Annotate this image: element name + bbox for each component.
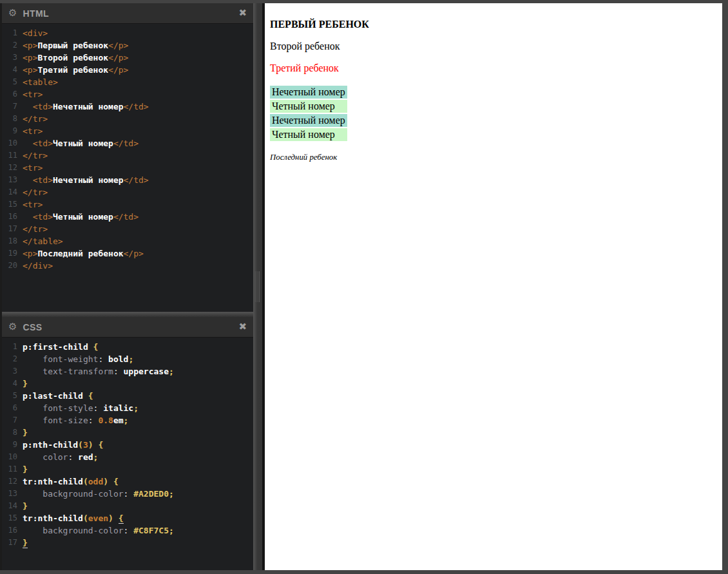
line-number: 3 [2,365,23,378]
code-line[interactable]: 3 text-transform: uppercase; [2,365,253,378]
code-line[interactable]: 11} [2,463,253,475]
code-line[interactable]: 16 <td>Четный номер</td> [2,211,253,223]
code-line[interactable]: 15tr:nth-child(even) { [2,512,253,524]
line-number: 6 [2,402,23,414]
app-window: ⚙ HTML ✖ 1<div>2<p>Первый ребенок</p>3<p… [0,0,728,574]
line-number: 18 [2,235,23,247]
preview-paragraph-first: ПЕРВЫЙ РЕБЕНОК [270,19,717,30]
line-number: 17 [2,223,23,235]
table-row: Нечетный номер [270,86,347,99]
line-number: 2 [2,39,23,52]
table-cell: Нечетный номер [270,86,347,99]
line-number: 19 [2,247,23,260]
code-line[interactable]: 5<table> [2,76,253,88]
table-row: Четный номер [270,100,347,113]
horizontal-splitter[interactable] [2,312,253,317]
table-cell: Четный номер [270,128,347,141]
table-cell: Четный номер [270,100,347,113]
code-column: ⚙ HTML ✖ 1<div>2<p>Первый ребенок</p>3<p… [2,3,253,570]
line-number: 17 [2,537,23,549]
code-line[interactable]: 6<tr> [2,88,253,100]
line-number: 4 [2,378,23,390]
code-line[interactable]: 7 font-size: 0.8em; [2,414,253,426]
code-line[interactable]: 4} [2,378,253,390]
result-preview: ПЕРВЫЙ РЕБЕНОК Второй ребенок Третий реб… [262,3,722,570]
code-line[interactable]: 17} [2,537,253,549]
css-panel-header: ⚙ CSS ✖ [2,317,253,338]
css-panel-title: CSS [23,322,42,332]
line-number: 10 [2,451,23,463]
line-number: 7 [2,100,23,113]
code-line[interactable]: 9<tr> [2,125,253,137]
code-line[interactable]: 8} [2,426,253,439]
code-line[interactable]: 3<p>Второй ребенок</p> [2,52,253,64]
css-panel: ⚙ CSS ✖ 1p:first-child {2 font-weight: b… [2,317,253,570]
line-number: 9 [2,439,23,451]
code-line[interactable]: 7 <td>Нечетный номер</td> [2,100,253,113]
code-line[interactable]: 1p:first-child { [2,341,253,353]
code-line[interactable]: 12tr:nth-child(odd) { [2,475,253,488]
gear-icon[interactable]: ⚙ [8,322,17,332]
line-number: 14 [2,500,23,512]
line-number: 12 [2,162,23,174]
code-line[interactable]: 8</tr> [2,113,253,125]
line-number: 12 [2,475,23,488]
line-number: 16 [2,524,23,537]
line-number: 8 [2,113,23,125]
line-number: 4 [2,64,23,76]
code-line[interactable]: 10 <td>Четный номер</td> [2,137,253,149]
code-line[interactable]: 17</tr> [2,223,253,235]
code-line[interactable]: 20</div> [2,260,253,272]
line-number: 6 [2,88,23,100]
close-icon[interactable]: ✖ [238,322,247,332]
preview-paragraph-last: Последний ребенок [270,153,717,162]
table-cell: Нечетный номер [270,114,347,127]
code-line[interactable]: 5p:last-child { [2,390,253,402]
code-line[interactable]: 12<tr> [2,162,253,174]
html-code-editor[interactable]: 1<div>2<p>Первый ребенок</p>3<p>Второй р… [2,24,253,312]
code-line[interactable]: 13 background-color: #A2DED0; [2,488,253,500]
close-icon[interactable]: ✖ [238,8,247,18]
line-number: 11 [2,463,23,475]
code-line[interactable]: 15<tr> [2,198,253,211]
code-line[interactable]: 1<div> [2,27,253,39]
line-number: 3 [2,52,23,64]
line-number: 5 [2,390,23,402]
html-panel: ⚙ HTML ✖ 1<div>2<p>Первый ребенок</p>3<p… [2,3,253,312]
table-row: Четный номер [270,128,347,141]
code-line[interactable]: 9p:nth-child(3) { [2,439,253,451]
table-row: Нечетный номер [270,114,347,127]
code-line[interactable]: 18</table> [2,235,253,247]
gear-icon[interactable]: ⚙ [8,8,17,18]
code-line[interactable]: 10 color: red; [2,451,253,463]
code-line[interactable]: 19<p>Последний ребенок</p> [2,247,253,260]
workspace: ⚙ HTML ✖ 1<div>2<p>Первый ребенок</p>3<p… [0,3,722,570]
preview-table-body: Нечетный номерЧетный номерНечетный номер… [270,86,347,141]
code-line[interactable]: 14} [2,500,253,512]
html-panel-header: ⚙ HTML ✖ [2,3,253,24]
line-number: 1 [2,341,23,353]
preview-table: Нечетный номерЧетный номерНечетный номер… [269,84,349,142]
line-number: 13 [2,488,23,500]
line-number: 20 [2,260,23,272]
line-number: 15 [2,512,23,524]
html-panel-title: HTML [23,8,48,19]
code-line[interactable]: 14</tr> [2,186,253,198]
code-line[interactable]: 2 font-weight: bold; [2,353,253,365]
code-line[interactable]: 13 <td>Нечетный номер</td> [2,174,253,186]
vertical-splitter[interactable] [253,3,262,570]
preview-paragraph-second: Второй ребенок [270,41,717,52]
code-line[interactable]: 6 font-style: italic; [2,402,253,414]
line-number: 11 [2,149,23,162]
css-code-editor[interactable]: 1p:first-child {2 font-weight: bold;3 te… [2,338,253,570]
code-line[interactable]: 2<p>Первый ребенок</p> [2,39,253,52]
code-line[interactable]: 16 background-color: #C8F7C5; [2,524,253,537]
line-number: 7 [2,414,23,426]
code-line[interactable]: 11</tr> [2,149,253,162]
line-number: 2 [2,353,23,365]
line-number: 15 [2,198,23,211]
preview-paragraph-third: Третий ребенок [270,62,717,74]
line-number: 8 [2,426,23,439]
line-number: 14 [2,186,23,198]
code-line[interactable]: 4<p>Третий ребенок</p> [2,64,253,76]
